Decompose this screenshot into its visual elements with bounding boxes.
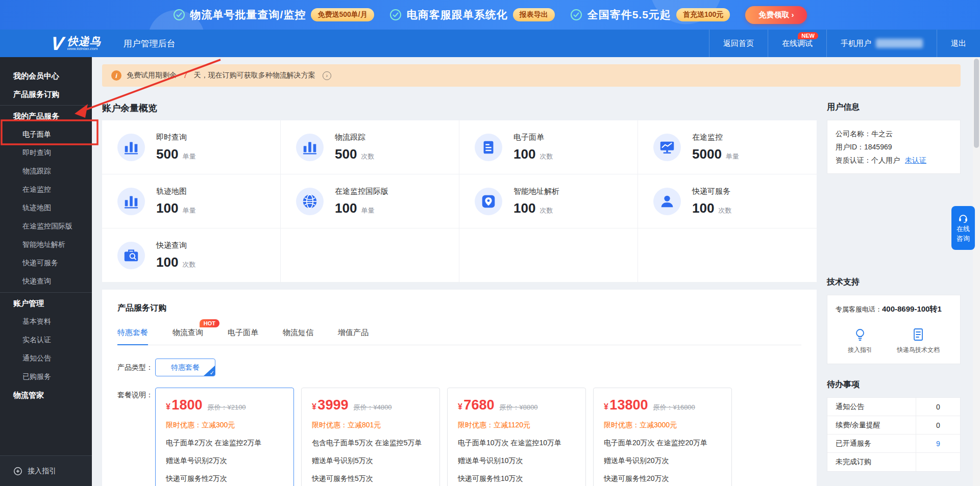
document-outline-icon: [911, 327, 925, 342]
balance-value: 100: [156, 200, 178, 216]
document-icon: [480, 139, 497, 156]
todo-label: 未完成订购: [827, 453, 916, 471]
sidebar-item-realname-auth[interactable]: 实名认证: [0, 331, 92, 349]
balance-value: 500: [156, 146, 178, 162]
product-type-label: 产品类型：: [117, 363, 155, 372]
balance-card: 智能地址解析 100次数: [459, 174, 638, 228]
tech-doc-link[interactable]: 快递鸟技术文档: [897, 327, 940, 354]
todo-label: 续费/余量提醒: [827, 416, 916, 434]
plan-feature: 赠送单号识别5万次: [312, 456, 429, 466]
currency: ¥: [166, 402, 170, 411]
tab-e-waybill[interactable]: 电子面单: [228, 328, 258, 345]
page-scrollbar[interactable]: [973, 57, 980, 486]
balance-label: 即时查询: [156, 133, 195, 142]
sidebar-item-member-center[interactable]: 我的会员中心: [0, 67, 92, 85]
userid-value: 1845969: [864, 143, 892, 151]
plans-label: 套餐说明：: [117, 388, 155, 400]
free-claim-button[interactable]: 免费领取 ›: [745, 6, 807, 24]
tech-doc-label: 快递鸟技术文档: [897, 346, 940, 354]
promo-text: 物流单号批量查询/监控: [190, 8, 306, 22]
sidebar-item-address-parse[interactable]: 智能地址解析: [0, 236, 92, 254]
hot-badge: HOT: [200, 319, 219, 327]
nav-logout[interactable]: 退出: [937, 30, 980, 57]
kdniao-logo[interactable]: V 快递鸟 www.kdniao.com: [51, 34, 101, 53]
promo-item: 电商客服跟单系统化 报表导出: [389, 8, 555, 22]
balance-card: 在途监控 5000单量: [638, 120, 817, 174]
products-title: 产品服务订购: [117, 303, 801, 314]
plan-card[interactable]: ¥ 13800 原价：¥16800 限时优惠：立减3000元 电子面单20万次 …: [593, 388, 732, 486]
plan-card[interactable]: ¥ 3999 原价：¥4800 限时优惠：立减801元 包含电子面单5万次 在途…: [301, 388, 440, 486]
nav-mobile-user[interactable]: 手机用户: [826, 30, 937, 57]
map-pin-icon: [480, 193, 497, 210]
consult-label-line2: 咨询: [957, 235, 970, 243]
sidebar-item-e-waybill[interactable]: 电子面单: [0, 125, 92, 144]
plan-feature: 赠送单号识别20万次: [604, 456, 721, 466]
sidebar-item-basic-info[interactable]: 基本资料: [0, 313, 92, 331]
plan-price: 7680: [463, 397, 494, 413]
sidebar-item-transit-monitor[interactable]: 在途监控: [0, 181, 92, 199]
sidebar-item-my-products[interactable]: 我的产品服务: [0, 107, 92, 125]
sidebar-item-track-map[interactable]: 轨迹地图: [0, 199, 92, 217]
nav-back-home[interactable]: 返回首页: [709, 30, 768, 57]
product-type-value: 特惠套餐: [171, 363, 200, 372]
sidebar-item-courier-serviceable[interactable]: 快递可服务: [0, 254, 92, 272]
support-title: 技术支持: [827, 277, 961, 288]
plan-feature: 快递可服务性2万次: [166, 474, 283, 483]
info-icon: i: [111, 70, 121, 81]
balance-card: 即时查询 500单量: [102, 120, 281, 174]
balance-unit: 单量: [182, 152, 195, 161]
sidebar-item-instant-query[interactable]: 即时查询: [0, 144, 92, 162]
scrollbar-thumb[interactable]: [974, 59, 979, 148]
todo-row[interactable]: 续费/余量提醒 0: [827, 416, 960, 434]
plan-feature: 包含电子面单5万次 在途监控5万单: [312, 439, 429, 448]
todo-label: 通知公告: [827, 398, 916, 416]
online-consult-button[interactable]: 在线 咨询: [951, 206, 975, 250]
balance-value: 500: [335, 146, 357, 162]
product-type-chip[interactable]: 特惠套餐 ✓: [155, 359, 215, 376]
tab-logistics-sms[interactable]: 物流短信: [283, 328, 313, 345]
sidebar-item-logistics-tracking[interactable]: 物流跟踪: [0, 162, 92, 181]
phone-label: 专属客服电话：: [836, 305, 882, 313]
balance-unit: 次数: [540, 206, 553, 215]
todo-row[interactable]: 通知公告 0: [827, 398, 960, 416]
promo-bar: 物流单号批量查询/监控 免费送500单/月 电商客服跟单系统化 报表导出 全国寄…: [0, 0, 980, 30]
balance-value: 100: [335, 200, 357, 216]
todo-table: 通知公告 0 续费/余量提醒 0 已开通服务 9 未完成订购: [827, 397, 961, 472]
case-search-icon: [122, 247, 140, 264]
nav-online-debug[interactable]: NEW 在线调试: [768, 30, 826, 57]
sidebar-item-product-order[interactable]: 产品服务订购: [0, 85, 92, 104]
tab-value-added[interactable]: 增值产品: [338, 328, 369, 345]
check-circle-icon: [389, 9, 402, 21]
user-info-card: 公司名称：牛之云 用户ID：1845969 资质认证：个人用户未认证: [827, 120, 961, 174]
monitor-icon: [658, 139, 676, 156]
plan-cards: ¥ 1800 原价：¥2100 限时优惠：立减300元 电子面单2万次 在途监控…: [155, 388, 732, 486]
sidebar-item-account-mgmt[interactable]: 账户管理: [0, 294, 92, 313]
userid-label: 用户ID：: [836, 143, 864, 151]
notice-more-icon[interactable]: ›: [323, 71, 331, 80]
currency: ¥: [604, 402, 608, 411]
guide-icon: [13, 467, 22, 476]
access-guide-link[interactable]: 接入指引: [848, 327, 872, 354]
check-icon: ✓: [210, 370, 214, 376]
auth-value: 个人用户: [871, 156, 900, 164]
sidebar-item-transit-monitor-intl[interactable]: 在途监控国际版: [0, 217, 92, 236]
plan-card[interactable]: ¥ 1800 原价：¥2100 限时优惠：立减300元 电子面单2万次 在途监控…: [155, 388, 294, 486]
plan-original-price: 原价：¥2100: [207, 403, 246, 412]
sidebar-item-logistics-butler[interactable]: 物流管家: [0, 386, 92, 404]
todo-row[interactable]: 未完成订购: [827, 453, 960, 471]
tab-special-package[interactable]: 特惠套餐: [117, 328, 148, 345]
todo-row[interactable]: 已开通服务 9: [827, 434, 960, 453]
plan-feature: 电子面单20万次 在途监控20万单: [604, 439, 721, 448]
app-title: 用户管理后台: [124, 38, 176, 49]
not-certified-link[interactable]: 未认证: [905, 156, 926, 164]
sidebar-item-notices[interactable]: 通知公告: [0, 349, 92, 368]
plan-card[interactable]: ¥ 7680 原价：¥8800 限时优惠：立减1120元 电子面单10万次 在途…: [447, 388, 586, 486]
sidebar-item-purchased[interactable]: 已购服务: [0, 368, 92, 386]
balance-card: 物流跟踪 500次数: [281, 120, 459, 174]
todo-title: 待办事项: [827, 379, 961, 390]
tab-logistics-query-label: 物流查询: [173, 328, 203, 337]
tab-logistics-query[interactable]: HOT 物流查询: [173, 328, 203, 345]
person-icon: [658, 193, 676, 210]
sidebar-footer-guide[interactable]: 接入指引: [0, 455, 92, 486]
sidebar-item-courier-query[interactable]: 快递查询: [0, 272, 92, 291]
